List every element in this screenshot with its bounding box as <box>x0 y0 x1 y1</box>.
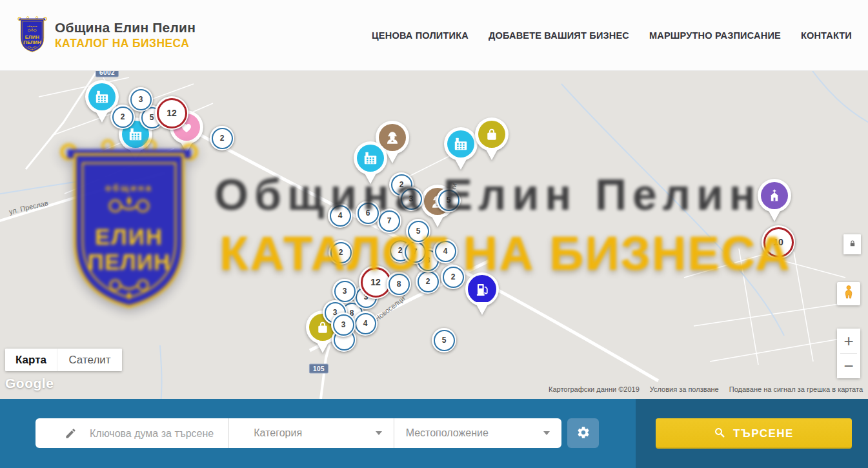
cluster-count: 3 <box>401 188 422 210</box>
google-logo[interactable]: Google <box>5 376 54 391</box>
cluster-count: 2 <box>330 242 352 263</box>
pin-tail <box>767 209 782 221</box>
search-widget: Категория Местоположение <box>35 418 561 448</box>
cluster-marker[interactable]: 12 <box>155 96 188 130</box>
factory-icon <box>362 150 379 167</box>
cluster-count: 2 <box>418 271 439 292</box>
map-canvas[interactable]: 6002105ул. Преславбул. „Новоселци“ции 83… <box>0 71 868 399</box>
cluster-marker[interactable]: 2 <box>210 126 234 150</box>
map-view-button[interactable]: Карта <box>5 349 57 371</box>
map-pin[interactable] <box>465 272 499 315</box>
zoom-control: + − <box>837 329 860 378</box>
cluster-marker[interactable]: 5 <box>432 328 456 352</box>
cluster-marker[interactable]: 4 <box>433 239 458 263</box>
nav-item-pricing[interactable]: ЦЕНОВА ПОЛИТИКА <box>372 30 469 41</box>
pin-tail <box>363 171 378 184</box>
nav-item-bus-schedule[interactable]: МАРШРУТНО РАЗПИСАНИЕ <box>649 30 781 41</box>
cluster-marker[interactable]: 5 <box>406 219 430 243</box>
cluster-count: 2 <box>112 107 134 128</box>
pin-tail <box>454 157 468 170</box>
map-type-control: Карта Сателит <box>5 349 122 371</box>
road-number-badge: 105 <box>309 364 328 374</box>
pin-tail <box>316 340 330 353</box>
page: община ЕЛИН ПЕЛИН Община Елин Пелин КАТА… <box>0 0 868 468</box>
fuel-icon <box>474 281 490 298</box>
cluster-marker[interactable]: 8 <box>387 272 411 296</box>
cluster-marker[interactable]: 2 <box>328 240 353 265</box>
map-pin[interactable] <box>444 127 478 170</box>
cluster-marker[interactable]: 3 <box>331 312 356 337</box>
search-submit-button[interactable]: ТЪРСЕНЕ <box>656 418 852 449</box>
chevron-down-icon <box>543 431 550 435</box>
cluster-count: 3 <box>334 281 356 302</box>
zoom-in-button[interactable]: + <box>837 329 860 353</box>
cluster-count: 7 <box>405 241 426 263</box>
pin-tail <box>179 140 194 153</box>
map-pin[interactable] <box>475 117 509 160</box>
map-pin[interactable] <box>758 179 791 221</box>
keyword-section <box>35 418 228 448</box>
pin-tail <box>475 302 489 315</box>
cluster-count: 3 <box>130 89 152 110</box>
svg-text:ПЕЛИН: ПЕЛИН <box>23 39 41 45</box>
cluster-marker[interactable]: 2 <box>110 105 135 129</box>
cluster-count: 5 <box>434 330 455 351</box>
factory-icon <box>94 88 110 105</box>
satellite-view-button[interactable]: Сателит <box>57 349 122 371</box>
site-logo[interactable]: община ЕЛИН ПЕЛИН Община Елин Пелин КАТА… <box>16 15 196 56</box>
cluster-marker[interactable]: 4 <box>328 203 352 228</box>
cluster-marker[interactable]: 6 <box>356 201 380 225</box>
padlock-icon <box>848 238 857 251</box>
search-button-label: ТЪРСЕНЕ <box>733 427 794 440</box>
brand-text: Община Елин Пелин КАТАЛОГ НА БИЗНЕСА <box>55 20 196 50</box>
header: община ЕЛИН ПЕЛИН Община Елин Пелин КАТА… <box>0 0 868 71</box>
search-bar: Категория Местоположение ТЪРСЕНЕ <box>0 399 868 468</box>
location-select[interactable]: Местоположение <box>394 418 561 448</box>
zoom-out-button[interactable]: − <box>837 354 860 378</box>
cluster-marker[interactable]: 3 <box>128 87 153 112</box>
cluster-count: 12 <box>157 98 187 128</box>
site-title: Община Елин Пелин <box>55 20 196 36</box>
lock-button[interactable] <box>843 234 861 254</box>
cluster-count: 10 <box>763 227 794 258</box>
location-select-value: Местоположение <box>406 427 489 439</box>
cluster-count: 2 <box>212 128 233 149</box>
cluster-marker[interactable]: 2 <box>441 265 465 289</box>
main-nav: ЦЕНОВА ПОЛИТИКА ДОБАВЕТЕ ВАШИЯТ БИЗНЕС М… <box>372 30 852 41</box>
site-subtitle: КАТАЛОГ НА БИЗНЕСА <box>55 37 196 50</box>
advanced-settings-button[interactable] <box>567 418 599 448</box>
cluster-marker[interactable]: 3 <box>399 187 423 211</box>
cluster-marker[interactable]: 7 <box>377 209 401 233</box>
cluster-marker[interactable]: 2 <box>416 269 440 294</box>
nav-item-contacts[interactable]: КОНТАКТИ <box>801 30 852 41</box>
street-view-pegman[interactable] <box>837 282 860 305</box>
map-pin[interactable] <box>354 141 387 184</box>
cluster-count: 2 <box>443 267 464 288</box>
cluster-count: 4 <box>435 241 456 262</box>
municipality-crest-icon: община ЕЛИН ПЕЛИН <box>16 15 48 56</box>
keyword-search-input[interactable] <box>88 418 223 448</box>
cluster-count: 8 <box>389 274 410 295</box>
cluster-count: 7 <box>379 210 400 232</box>
cluster-marker[interactable]: 10 <box>762 225 795 259</box>
cluster-count: 4 <box>355 313 376 334</box>
cluster-marker[interactable]: 4 <box>353 311 378 336</box>
cluster-marker[interactable]: 5 <box>436 188 461 212</box>
terms-of-use-link[interactable]: Условия за ползване <box>650 385 719 393</box>
pin-tail <box>95 110 109 123</box>
svg-text:ЕЛИН: ЕЛИН <box>25 34 40 39</box>
chevron-down-icon <box>376 431 382 435</box>
report-map-error-link[interactable]: Подаване на сигнал за грешка в картата <box>729 385 863 393</box>
search-icon <box>714 427 725 440</box>
attribution-copyright: Картографски данни ©2019 <box>549 385 640 393</box>
cluster-count: 4 <box>330 205 351 227</box>
category-select[interactable]: Категория <box>228 418 393 448</box>
map-attribution: Картографски данни ©2019 Условия за полз… <box>549 385 863 393</box>
pin-tail <box>430 214 445 227</box>
pegman-icon <box>841 285 856 303</box>
pin-tail <box>128 147 143 160</box>
cluster-marker[interactable]: 7 <box>403 239 427 264</box>
factory-icon <box>452 136 469 152</box>
cluster-count: 6 <box>358 203 379 224</box>
nav-item-add-business[interactable]: ДОБАВЕТЕ ВАШИЯТ БИЗНЕС <box>489 30 629 41</box>
